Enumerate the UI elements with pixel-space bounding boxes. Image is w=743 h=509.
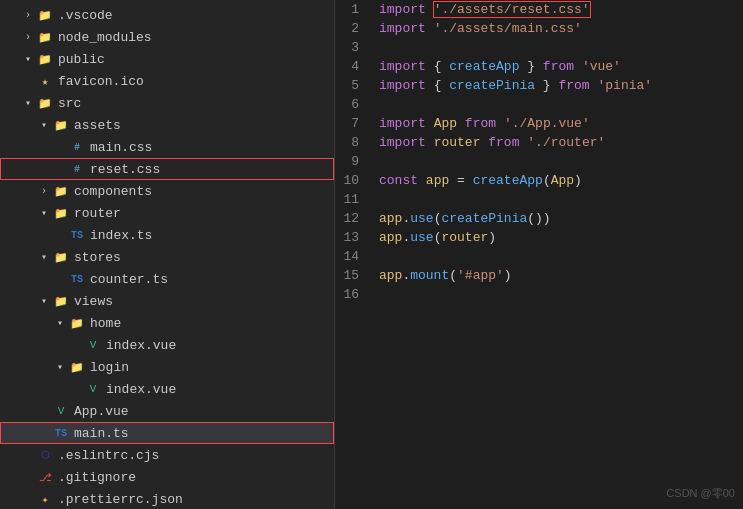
code-line-11: 11 xyxy=(335,190,743,209)
watermark: CSDN @零00 xyxy=(666,486,735,501)
folder-icon: 📁 xyxy=(52,117,70,133)
sidebar-item-app-vue[interactable]: V App.vue xyxy=(0,400,334,422)
sidebar-item-label: src xyxy=(58,96,334,111)
sidebar-item-login-index[interactable]: V index.vue xyxy=(0,378,334,400)
sidebar-item-label: index.ts xyxy=(90,228,334,243)
line-content: import { createPinia } from 'pinia' xyxy=(375,76,743,95)
code-line-6: 6 xyxy=(335,95,743,114)
line-content: const app = createApp(App) xyxy=(375,171,743,190)
spacer xyxy=(52,161,68,177)
folder-icon: 📁 xyxy=(36,29,54,45)
code-line-15: 15 app.mount('#app') xyxy=(335,266,743,285)
sidebar-item-label: main.css xyxy=(90,140,334,155)
spacer xyxy=(52,227,68,243)
arrow-icon xyxy=(36,117,52,133)
sidebar-item-home[interactable]: 📁 home xyxy=(0,312,334,334)
spacer xyxy=(20,491,36,507)
line-number: 12 xyxy=(335,209,375,228)
sidebar-item-label: router xyxy=(74,206,334,221)
sidebar-item-router-index[interactable]: TS index.ts xyxy=(0,224,334,246)
code-line-14: 14 xyxy=(335,247,743,266)
sidebar-item-public[interactable]: 📁 public xyxy=(0,48,334,70)
line-content: app.use(router) xyxy=(375,228,743,247)
line-number: 16 xyxy=(335,285,375,304)
arrow-icon xyxy=(20,7,36,23)
arrow-icon xyxy=(52,359,68,375)
folder-icon: 📁 xyxy=(36,95,54,111)
sidebar-item-label: .prettierrc.json xyxy=(58,492,334,507)
sidebar-item-components[interactable]: 📁 components xyxy=(0,180,334,202)
sidebar-item-gitignore[interactable]: ⎇ .gitignore xyxy=(0,466,334,488)
folder-icon: 📁 xyxy=(36,51,54,67)
eslint-icon: ⬡ xyxy=(36,447,54,463)
css-icon: # xyxy=(68,161,86,177)
sidebar-item-label: .eslintrc.cjs xyxy=(58,448,334,463)
sidebar-item-eslintrc[interactable]: ⬡ .eslintrc.cjs xyxy=(0,444,334,466)
spacer xyxy=(20,469,36,485)
line-content: app.use(createPinia()) xyxy=(375,209,743,228)
arrow-icon xyxy=(52,315,68,331)
favicon-icon: ★ xyxy=(36,73,54,89)
line-number: 13 xyxy=(335,228,375,247)
line-content: import App from './App.vue' xyxy=(375,114,743,133)
sidebar-item-label: counter.ts xyxy=(90,272,334,287)
sidebar-item-label: login xyxy=(90,360,334,375)
line-content: app.mount('#app') xyxy=(375,266,743,285)
line-content: import { createApp } from 'vue' xyxy=(375,57,743,76)
sidebar-item-label: stores xyxy=(74,250,334,265)
sidebar-item-src[interactable]: 📁 src xyxy=(0,92,334,114)
sidebar-item-label: favicon.ico xyxy=(58,74,334,89)
sidebar-item-login[interactable]: 📁 login xyxy=(0,356,334,378)
code-line-1: 1 import './assets/reset.css' xyxy=(335,0,743,19)
file-explorer: 📁 .vscode 📁 node_modules 📁 public ★ favi… xyxy=(0,0,335,509)
spacer xyxy=(52,139,68,155)
line-number: 15 xyxy=(335,266,375,285)
sidebar-item-assets[interactable]: 📁 assets xyxy=(0,114,334,136)
line-number: 10 xyxy=(335,171,375,190)
sidebar-item-label: views xyxy=(74,294,334,309)
sidebar-item-home-index[interactable]: V index.vue xyxy=(0,334,334,356)
sidebar-item-label: reset.css xyxy=(90,162,334,177)
git-icon: ⎇ xyxy=(36,469,54,485)
arrow-icon xyxy=(20,29,36,45)
sidebar-item-label: index.vue xyxy=(106,382,334,397)
line-number: 14 xyxy=(335,247,375,266)
line-number: 7 xyxy=(335,114,375,133)
code-line-9: 9 xyxy=(335,152,743,171)
folder-icon: 📁 xyxy=(52,183,70,199)
sidebar-item-vscode[interactable]: 📁 .vscode xyxy=(0,4,334,26)
ts-icon: TS xyxy=(68,227,86,243)
ts-icon: TS xyxy=(52,425,70,441)
arrow-icon xyxy=(36,183,52,199)
arrow-icon xyxy=(36,293,52,309)
sidebar-item-main-css[interactable]: # main.css xyxy=(0,136,334,158)
code-line-3: 3 xyxy=(335,38,743,57)
code-line-4: 4 import { createApp } from 'vue' xyxy=(335,57,743,76)
folder-icon: 📁 xyxy=(36,7,54,23)
code-editor: 1 import './assets/reset.css' 2 import '… xyxy=(335,0,743,509)
sidebar-item-favicon[interactable]: ★ favicon.ico xyxy=(0,70,334,92)
prettier-icon: ✦ xyxy=(36,491,54,507)
code-line-10: 10 const app = createApp(App) xyxy=(335,171,743,190)
code-line-12: 12 app.use(createPinia()) xyxy=(335,209,743,228)
spacer xyxy=(36,403,52,419)
line-content: import './assets/reset.css' xyxy=(375,0,743,19)
sidebar-item-reset-css[interactable]: # reset.css xyxy=(0,158,334,180)
sidebar-item-prettierrc[interactable]: ✦ .prettierrc.json xyxy=(0,488,334,509)
sidebar-item-node-modules[interactable]: 📁 node_modules xyxy=(0,26,334,48)
spacer xyxy=(68,381,84,397)
ts-icon: TS xyxy=(68,271,86,287)
line-number: 6 xyxy=(335,95,375,114)
sidebar-item-router[interactable]: 📁 router xyxy=(0,202,334,224)
sidebar-item-main-ts[interactable]: TS main.ts xyxy=(0,422,334,444)
sidebar-item-views[interactable]: 📁 views xyxy=(0,290,334,312)
sidebar-item-label: home xyxy=(90,316,334,331)
css-icon: # xyxy=(68,139,86,155)
sidebar-item-counter-ts[interactable]: TS counter.ts xyxy=(0,268,334,290)
sidebar-item-stores[interactable]: 📁 stores xyxy=(0,246,334,268)
spacer xyxy=(36,425,52,441)
sidebar-item-label: main.ts xyxy=(74,426,334,441)
line-number: 4 xyxy=(335,57,375,76)
sidebar-item-label: assets xyxy=(74,118,334,133)
folder-icon: 📁 xyxy=(52,205,70,221)
